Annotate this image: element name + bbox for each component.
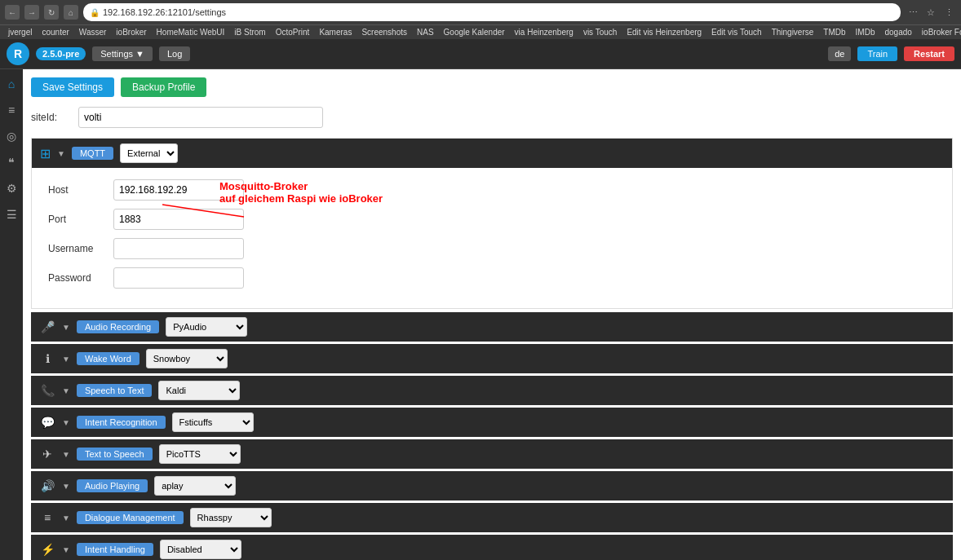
bookmark-heinzenberg[interactable]: via Heinzenberg [512, 27, 577, 37]
app-header: R 2.5.0-pre Settings ▼ Log de Train Rest… [0, 39, 961, 69]
sidebar-icon-circle[interactable]: ◎ [3, 128, 20, 144]
bookmark-edit-touch[interactable]: Edit vis Touch [708, 27, 765, 37]
password-input[interactable] [113, 267, 244, 289]
username-input[interactable] [113, 238, 244, 259]
bookmark-wasser[interactable]: Wasser [76, 27, 110, 37]
section-audio-playing[interactable]: 🔊▼Audio Playingaplaypulseaudio [31, 471, 953, 500]
site-id-label: siteId: [31, 112, 72, 123]
sidebar: ⌂ ≡ ◎ ❝ ⚙ ☰ [0, 69, 23, 560]
bookmark-tmdb[interactable]: TMDb [820, 27, 848, 37]
mqtt-icon: ⊞ [40, 146, 51, 161]
bookmark-dogado[interactable]: dogado [881, 27, 914, 37]
site-id-input[interactable] [78, 107, 323, 128]
port-row: Port [48, 209, 936, 230]
speech-to-text-icon: 📞 [39, 384, 55, 397]
section-dialogue-management[interactable]: ≡▼Dialogue ManagementRhasspyNone [31, 503, 953, 532]
host-row: Host [48, 179, 936, 201]
port-label: Port [48, 214, 105, 225]
password-label: Password [48, 272, 105, 284]
bookmark-counter[interactable]: counter [38, 27, 72, 37]
bookmark-homematic[interactable]: HomeMatic WebUI [153, 27, 228, 37]
train-button[interactable]: Train [857, 46, 897, 61]
dialogue-management-select[interactable]: RhasspyNone [190, 508, 272, 527]
bookmark-kameras[interactable]: Kameras [316, 27, 355, 37]
intent-recognition-arrow-icon: ▼ [62, 418, 70, 427]
version-badge: 2.5.0-pre [36, 47, 86, 60]
bookmark-nas[interactable]: NAS [414, 27, 437, 37]
sidebar-icon-home[interactable]: ⌂ [3, 76, 20, 92]
bookmark-iobroker[interactable]: ioBroker [113, 27, 149, 37]
section-intent-handling[interactable]: ⚡▼Intent HandlingDisabledEnabled [31, 535, 953, 560]
url-bar[interactable]: 🔒 192.168.192.26:12101/settings [83, 3, 901, 21]
text-to-speech-icon: ✈ [39, 448, 55, 461]
intent-recognition-label-button[interactable]: Intent Recognition [77, 416, 166, 429]
bookmark-thingiverse[interactable]: Thingiverse [768, 27, 817, 37]
section-audio-recording[interactable]: 🎤▼Audio RecordingPyAudioPortAudio [31, 312, 953, 342]
home-button[interactable]: ⌂ [64, 5, 78, 20]
bookmark-screenshots[interactable]: Screenshots [358, 27, 410, 37]
bookmark-octoprint[interactable]: OctoPrint [272, 27, 313, 37]
mqtt-body: Host Port Username Password [32, 168, 952, 308]
host-input[interactable] [113, 179, 244, 201]
lock-icon: 🔒 [90, 8, 100, 17]
intent-handling-label-button[interactable]: Intent Handling [77, 543, 153, 556]
site-id-row: siteId: [31, 107, 953, 128]
bookmark-button[interactable]: ☆ [923, 5, 938, 20]
extensions-button[interactable]: ⋯ [906, 5, 920, 20]
dialogue-management-label-button[interactable]: Dialogue Management [77, 511, 184, 524]
wake-word-label-button[interactable]: Wake Word [77, 352, 140, 365]
sidebar-icon-quote[interactable]: ❝ [3, 154, 20, 170]
bookmark-kalender[interactable]: Google Kalender [441, 27, 508, 37]
mqtt-external-select[interactable]: External Internal [120, 143, 178, 163]
section-intent-recognition[interactable]: 💬▼Intent RecognitionFsticuffsFuzzywuzzy [31, 408, 953, 437]
forward-button[interactable]: → [24, 5, 39, 20]
text-to-speech-select[interactable]: PicoTTSeSpeak [159, 444, 241, 464]
audio-recording-label-button[interactable]: Audio Recording [77, 320, 159, 333]
bookmark-strom[interactable]: iB Strom [231, 27, 268, 37]
intent-handling-select[interactable]: DisabledEnabled [160, 540, 241, 559]
audio-recording-select[interactable]: PyAudioPortAudio [166, 317, 247, 337]
speech-to-text-label-button[interactable]: Speech to Text [77, 384, 153, 397]
language-button[interactable]: de [828, 46, 851, 61]
mqtt-arrow-icon: ▼ [57, 149, 65, 158]
sidebar-icon-list[interactable]: ≡ [3, 102, 20, 118]
log-button[interactable]: Log [159, 46, 190, 61]
mqtt-section-header[interactable]: ⊞ ▼ MQTT External Internal [32, 139, 952, 168]
host-label: Host [48, 184, 105, 196]
audio-playing-arrow-icon: ▼ [62, 482, 70, 491]
audio-playing-label-button[interactable]: Audio Playing [77, 479, 148, 492]
action-buttons: Save Settings Backup Profile [31, 77, 953, 97]
speech-to-text-arrow-icon: ▼ [62, 386, 70, 395]
wake-word-select[interactable]: SnowboyPorcupine [146, 349, 228, 368]
dialogue-management-arrow-icon: ▼ [62, 514, 70, 523]
mqtt-section: ⊞ ▼ MQTT External Internal Host Port [31, 138, 953, 309]
main-content: Save Settings Backup Profile siteId: ⊞ ▼… [23, 69, 961, 560]
bookmark-edit-heinzenberg[interactable]: Edit vis Heinzenberg [623, 27, 705, 37]
save-settings-button[interactable]: Save Settings [31, 77, 114, 97]
sidebar-icon-gear[interactable]: ⚙ [3, 180, 20, 196]
backup-profile-button[interactable]: Backup Profile [121, 77, 206, 97]
text-to-speech-label-button[interactable]: Text to Speech [77, 448, 153, 461]
sidebar-icon-bars[interactable]: ☰ [3, 206, 20, 223]
mqtt-label-button[interactable]: MQTT [72, 147, 113, 160]
password-row: Password [48, 267, 936, 289]
browser-nav-bar: ← → ↻ ⌂ 🔒 192.168.192.26:12101/settings … [0, 0, 961, 24]
section-text-to-speech[interactable]: ✈▼Text to SpeechPicoTTSeSpeak [31, 439, 953, 469]
speech-to-text-select[interactable]: KaldiDeepSpeech [158, 381, 240, 400]
bookmark-iobroker-forum[interactable]: ioBroker Forum [919, 27, 961, 37]
section-wake-word[interactable]: ℹ▼Wake WordSnowboyPorcupine [31, 344, 953, 373]
refresh-button[interactable]: ↻ [44, 5, 59, 20]
settings-dropdown-button[interactable]: Settings ▼ [92, 46, 153, 61]
bookmark-jvergel[interactable]: jvergel [5, 27, 35, 37]
main-layout: ⌂ ≡ ◎ ❝ ⚙ ☰ Save Settings Backup Profile… [0, 69, 961, 560]
bookmark-imdb[interactable]: IMDb [852, 27, 879, 37]
section-speech-to-text[interactable]: 📞▼Speech to TextKaldiDeepSpeech [31, 376, 953, 405]
audio-playing-select[interactable]: aplaypulseaudio [154, 476, 236, 496]
wake-word-icon: ℹ [39, 352, 55, 365]
port-input[interactable] [113, 209, 244, 230]
back-button[interactable]: ← [5, 5, 20, 20]
restart-button[interactable]: Restart [904, 46, 954, 61]
bookmark-touch[interactable]: vis Touch [580, 27, 621, 37]
intent-recognition-select[interactable]: FsticuffsFuzzywuzzy [172, 412, 254, 432]
menu-button[interactable]: ⋮ [941, 5, 956, 20]
